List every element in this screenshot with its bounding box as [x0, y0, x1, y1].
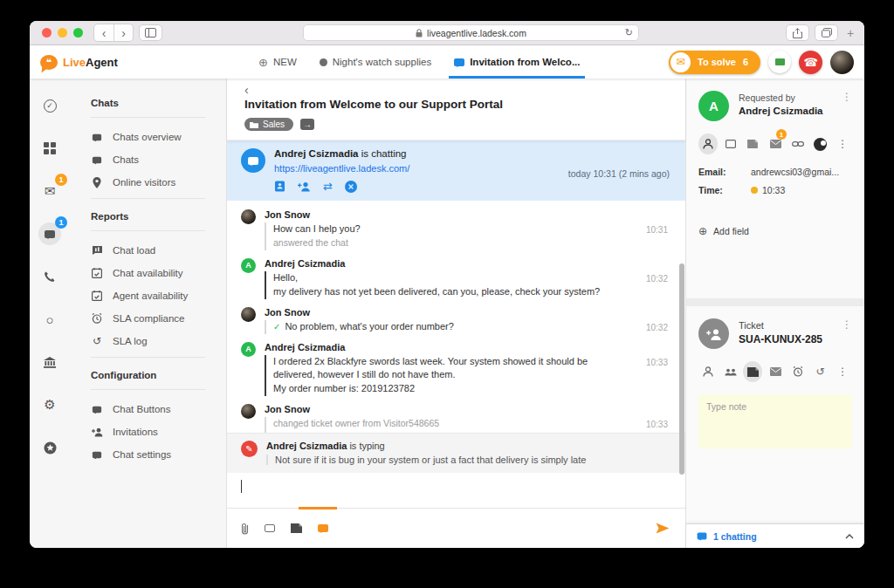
person-add-icon [706, 328, 721, 340]
tab-ticket-people[interactable] [721, 361, 740, 382]
tab-invitation-active[interactable]: Invitation from Welco... [454, 45, 580, 79]
collapse-chevron-icon[interactable] [845, 534, 854, 539]
ticket-menu-icon[interactable]: ⋮ [842, 318, 852, 331]
tabs-icon [822, 28, 832, 38]
sidebar-item-chat-availability[interactable]: Chat availability [91, 266, 226, 280]
sidebar-item-chats[interactable]: Chats [91, 153, 226, 167]
tab-ticket-notes[interactable] [743, 361, 762, 382]
chat-bubble-icon [91, 406, 103, 414]
paperclip-icon [241, 523, 249, 535]
visitor-page-link[interactable]: https://liveagentlive.ladesk.com/ [274, 163, 409, 174]
typing-author: Andrej Csizmadia [266, 441, 347, 451]
back-button[interactable]: ‹ [94, 24, 113, 41]
minimize-window-button[interactable] [58, 28, 67, 38]
requester-menu-icon[interactable]: ⋮ [842, 91, 852, 103]
rail-dashboard-icon[interactable] [38, 137, 61, 160]
message-time: 10:32 [646, 274, 668, 284]
forward-button[interactable]: › [113, 24, 133, 41]
forward-badge[interactable]: → [300, 119, 314, 130]
phone-button[interactable]: ☎ [799, 51, 822, 74]
status-flag-button[interactable] [768, 51, 791, 73]
to-solve-button[interactable]: ✉ To solve 6 [669, 51, 760, 74]
banner-actions: ⇄ [274, 180, 409, 193]
sidebar-item-chat-settings[interactable]: Chat settings [91, 448, 226, 462]
rail-chats-icon[interactable]: 1 [38, 222, 61, 245]
tab-ticket-profile[interactable] [698, 361, 718, 382]
reload-icon[interactable]: ↻ [625, 27, 633, 38]
sidebar-item-chat-load[interactable]: Chat load [91, 243, 226, 257]
user-avatar[interactable] [830, 51, 854, 74]
tab-ticket-more[interactable]: ⋮ [833, 361, 852, 382]
department-tag[interactable]: Sales [244, 118, 293, 131]
share-button[interactable] [786, 24, 809, 41]
sidebar-item-sla-compliance[interactable]: SLA compliance [91, 311, 226, 325]
zoom-window-button[interactable] [73, 28, 83, 38]
note-button[interactable] [291, 523, 302, 533]
tab-gravatar[interactable] [811, 133, 830, 154]
rail-tickets-icon[interactable]: ✉ 1 [38, 180, 61, 202]
liveagent-logo[interactable]: ❝ LiveAgent [40, 54, 206, 70]
new-tab-button[interactable]: + [843, 26, 857, 40]
tab-ticket-history[interactable]: ↺ [811, 361, 830, 382]
sidebar-item-online-visitors[interactable]: Online visitors [91, 175, 226, 189]
sidebar-toggle-button[interactable] [139, 24, 162, 41]
address-bar[interactable]: liveagentlive.ladesk.com ↻ [303, 24, 639, 41]
tab-ticket-reminders[interactable] [788, 361, 808, 382]
send-button[interactable] [656, 523, 670, 534]
sidebar-item-chat-buttons[interactable]: Chat Buttons [91, 402, 226, 416]
message-time: 10:33 [646, 358, 668, 367]
note-input[interactable] [698, 394, 852, 448]
tab-profile[interactable] [698, 133, 718, 154]
rail-settings-icon[interactable]: ⚙ [38, 393, 61, 416]
sidebar-item-invitations[interactable]: Invitations [91, 425, 226, 439]
sidebar-item-sla-log[interactable]: ↺ SLA log [91, 334, 226, 348]
rail-academy-icon[interactable] [38, 351, 61, 373]
tab-more[interactable]: ⋮ [833, 133, 852, 154]
tab-card[interactable] [721, 133, 740, 154]
chat-reply-button[interactable] [265, 524, 275, 532]
sidebar-item-label: Chats overview [113, 132, 182, 142]
tab-emails[interactable]: 1 [766, 133, 785, 154]
chat-bubble-icon [91, 451, 103, 459]
requester-header: A Requested by Andrej Csizmadia ⋮ [698, 91, 852, 121]
tab-new-label: NEW [273, 57, 297, 67]
url-text: liveagentlive.ladesk.com [427, 28, 526, 38]
customer-avatar: A [241, 342, 256, 357]
rail-resolve-icon[interactable]: ✓ [38, 94, 61, 117]
sidebar-item-chats-overview[interactable]: Chats overview [91, 130, 226, 144]
traffic-lights [42, 28, 83, 38]
contact-card-icon[interactable] [274, 181, 285, 192]
tab-nights-watch-supplies[interactable]: Night's watch supplies [320, 45, 431, 79]
tab-notes[interactable] [743, 133, 762, 154]
add-field-button[interactable]: ⊕ Add field [698, 225, 852, 237]
typing-status: is typing [349, 441, 384, 451]
attach-file-button[interactable] [241, 523, 249, 535]
invite-person-icon[interactable] [298, 181, 311, 192]
reply-input[interactable] [227, 473, 685, 508]
chat-scrollbar-thumb[interactable] [679, 263, 684, 475]
end-chat-icon[interactable] [345, 181, 357, 193]
time-value: 10:33 [762, 185, 785, 195]
rail-calls-icon[interactable] [38, 265, 61, 288]
tab-ticket-emails[interactable] [766, 361, 785, 382]
sidebar-item-label: SLA compliance [113, 313, 184, 324]
sidebar-item-label: Chat availability [113, 268, 183, 278]
message-author: Andrej Csizmadia [265, 258, 631, 269]
tab-overview-button[interactable] [815, 24, 838, 41]
alarm-clock-icon [793, 366, 803, 377]
tab-new[interactable]: ⊕ NEW [258, 45, 297, 79]
chatting-status-bar[interactable]: 1 chatting [686, 523, 864, 548]
message-text: Ok, let me check, please hold on a secon… [285, 431, 465, 433]
tab-links[interactable] [788, 133, 808, 154]
chat-message-mode-button[interactable] [318, 524, 328, 532]
rail-timer-icon[interactable]: ○ [38, 308, 61, 331]
sidebar-item-agent-availability[interactable]: Agent availability [91, 289, 226, 303]
message-row: Jon Snow changed ticket owner from Visit… [241, 404, 670, 433]
close-window-button[interactable] [42, 28, 52, 38]
chat-bubble-icon [248, 157, 258, 165]
details-panel: A Requested by Andrej Csizmadia ⋮ [685, 79, 864, 548]
transfer-chat-icon[interactable]: ⇄ [323, 180, 333, 193]
divider [91, 198, 205, 199]
rail-badges-icon[interactable] [38, 436, 61, 459]
back-chevron-icon[interactable]: ‹ [244, 84, 255, 96]
